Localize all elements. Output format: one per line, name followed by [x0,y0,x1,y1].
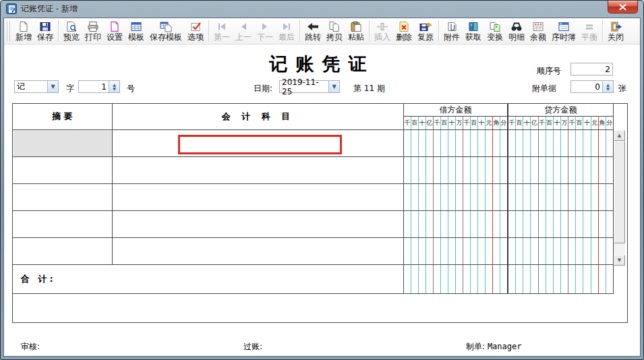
account-cell[interactable] [113,184,404,210]
spin-down-icon[interactable]: ▼ [606,87,610,91]
digit-cell [546,157,554,183]
scroll-up-button[interactable]: ▲ [614,130,625,141]
toolbar-button-close[interactable]: 关闭 [605,19,626,43]
toolbar-button-options[interactable]: 选项 [185,19,206,43]
toolbar-button-save-template[interactable]: 保存模板 [147,19,185,43]
toolbar-button-transform[interactable]: 变换 [484,19,506,43]
binoculars-icon [510,20,523,32]
toolbar-separator [369,20,370,42]
digit-cell [554,238,561,264]
digit-cell [591,184,599,210]
spin-down-icon[interactable]: ▼ [113,87,116,91]
digit-cell [576,130,583,156]
vertical-scrollbar[interactable]: ▲ ▼ [614,130,625,266]
summary-cell[interactable] [13,184,113,210]
digit-cell [493,238,500,264]
debit-total-cell [404,265,508,293]
digit-column-header: 百 [471,117,478,129]
digit-cell [583,130,591,156]
digit-cell [411,130,419,156]
printer-icon [86,20,100,32]
digit-cell [493,265,500,293]
digit-column-header: 亿 [426,117,434,129]
scroll-down-button[interactable]: ▼ [614,255,625,266]
summary-cell[interactable] [13,157,113,183]
digit-cell [404,211,411,237]
digit-cell [478,211,486,237]
prepared-by: 制单: Manager [466,341,521,353]
toolbar-button-copy[interactable]: 拷贝 [324,19,345,43]
total-label: 合 计: [13,265,404,293]
chevron-down-icon[interactable]: ▼ [328,81,339,92]
save-template-icon [159,20,173,32]
digit-cell [478,130,486,156]
toolbar-button-paste[interactable]: 粘贴 [345,19,367,43]
close-button[interactable] [608,1,638,13]
scroll-down-icon: ▼ [618,258,621,263]
digit-cell [531,184,538,210]
digit-cell [606,238,613,264]
digit-cell [441,265,448,293]
toolbar-button-new[interactable]: 新增 [13,19,34,43]
chevron-down-icon[interactable]: ▼ [47,81,58,92]
toolbar-button-next: 下一 [254,19,276,43]
digit-cell [554,184,561,210]
digit-cell [561,238,568,264]
attachment-stepper[interactable]: 0 ▲▼ [570,80,614,93]
titlebar: 记账凭证 - 新增 [1,1,643,18]
digit-cell [591,130,599,156]
digit-cell [419,157,426,183]
digit-column-header: 十 [554,117,561,129]
voucher-number-stepper[interactable]: 1 ▲▼ [78,80,120,93]
digit-cell [493,130,500,156]
account-cell[interactable] [113,157,404,183]
summary-cell-selected[interactable] [13,130,113,156]
spinner-buttons[interactable]: ▲▼ [602,81,613,92]
digit-cell [539,184,546,210]
spinner-buttons[interactable]: ▲▼ [109,81,119,92]
digit-cell [539,130,546,156]
toolbar-separator [602,20,603,42]
credit-amount-cell [508,211,614,237]
toolbar-button-jump[interactable]: 跳转 [302,19,324,43]
digit-cell [471,265,478,293]
digit-column-header: 分 [606,117,613,129]
digit-column-header: 千 [539,117,546,129]
toolbar-button-save[interactable]: 保存 [34,19,56,43]
account-input-active[interactable] [178,135,342,154]
digit-cell [493,211,500,237]
toolbar-button-print[interactable]: 打印 [82,19,104,43]
toolbar-button-restore[interactable]: 复原 [415,19,436,43]
digit-cell [441,184,448,210]
toolbar-button-setup[interactable]: 设置 [104,19,125,43]
account-cell[interactable] [113,238,404,264]
voucher-word-combo[interactable]: 记 ▼ [14,80,59,93]
sequence-input[interactable]: 2 [570,63,613,76]
toolbar-button-template[interactable]: 模板 [125,19,147,43]
toolbar-button-delete[interactable]: 删除 [393,19,415,43]
toolbar-button-journal[interactable]: 序时簿 [549,19,579,43]
scrollbar-thumb[interactable] [614,141,625,243]
digit-cell [463,265,471,293]
digit-cell [486,211,493,237]
digit-column-header: 十 [448,117,456,129]
toolbar-button-fetch[interactable]: 获取 [463,19,484,43]
digit-cell [539,238,546,264]
toolbar-button-attachment[interactable]: 附件 [441,19,463,43]
digit-column-header: 百 [576,117,583,129]
summary-cell[interactable] [13,238,113,264]
date-combo[interactable]: 2019-11-25 ▼ [279,80,340,93]
summary-cell[interactable] [13,211,113,237]
digit-cell [516,157,523,183]
digit-cell [591,157,599,183]
digit-cell [508,184,516,210]
toolbar-button-detail[interactable]: 明细 [506,19,527,43]
toolbar-button-preview[interactable]: 预览 [61,19,82,43]
toolbar-button-balance-amount[interactable]: 余额 [527,19,549,43]
digit-cell [576,265,583,293]
digit-column-header: 百 [411,117,419,129]
attachment-unit: 张 [618,83,626,94]
digit-cell [561,265,568,293]
account-cell[interactable] [113,211,404,237]
digit-cell [456,238,463,264]
